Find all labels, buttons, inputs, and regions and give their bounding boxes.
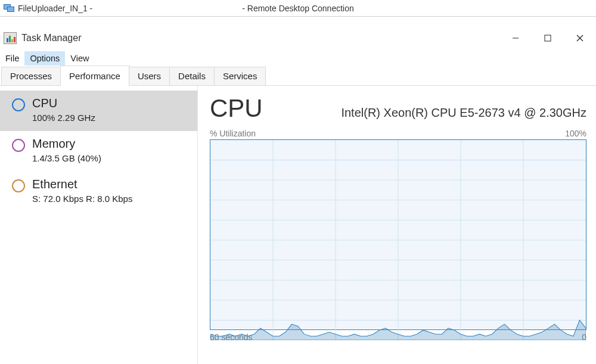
rdp-icon: [4, 4, 14, 13]
task-manager-icon: [4, 32, 17, 44]
tab-row: Processes Performance Users Details Serv…: [0, 66, 596, 86]
tab-services[interactable]: Services: [214, 67, 266, 86]
cpu-description: Intel(R) Xeon(R) CPU E5-2673 v4 @ 2.30GH…: [341, 106, 586, 120]
tab-performance[interactable]: Performance: [60, 66, 129, 86]
main-header: CPU Intel(R) Xeon(R) CPU E5-2673 v4 @ 2.…: [210, 94, 586, 123]
tab-processes[interactable]: Processes: [1, 67, 61, 86]
main-title: CPU: [210, 94, 263, 123]
memory-circle-icon: [12, 139, 25, 152]
y-axis-max: 100%: [565, 129, 586, 138]
cpu-circle-icon: [12, 98, 25, 111]
task-manager-title-bar[interactable]: Task Manager: [0, 25, 596, 51]
y-axis-label: % Utilization: [210, 129, 256, 138]
performance-body: CPU 100% 2.29 GHz Memory 1.4/3.5 GB (40%…: [0, 86, 596, 364]
performance-side-list: CPU 100% 2.29 GHz Memory 1.4/3.5 GB (40%…: [0, 86, 198, 364]
task-manager-title: Task Manager: [21, 33, 82, 43]
rdp-title-bar: FileUploader_IN_1 - - Remote Desktop Con…: [0, 0, 596, 17]
performance-main-pane: CPU Intel(R) Xeon(R) CPU E5-2673 v4 @ 2.…: [198, 86, 596, 364]
cpu-utilization-chart[interactable]: [210, 139, 586, 330]
side-item-cpu[interactable]: CPU 100% 2.29 GHz: [0, 91, 197, 131]
menu-bar: File Options View: [0, 51, 596, 66]
ethernet-circle-icon: [12, 179, 25, 192]
side-item-label: CPU: [32, 97, 95, 110]
side-item-sub: 100% 2.29 GHz: [32, 113, 95, 123]
side-item-label: Memory: [32, 137, 101, 151]
side-item-label: Ethernet: [32, 178, 132, 191]
side-item-sub: 1.4/3.5 GB (40%): [32, 153, 101, 163]
side-item-sub: S: 72.0 Kbps R: 8.0 Kbps: [32, 194, 132, 204]
side-item-memory[interactable]: Memory 1.4/3.5 GB (40%): [0, 131, 197, 172]
svg-rect-1: [545, 35, 551, 41]
tab-users[interactable]: Users: [129, 67, 170, 86]
task-manager-window: Task Manager File Options View Processes…: [0, 25, 596, 364]
menu-view[interactable]: View: [65, 51, 94, 66]
maximize-button[interactable]: [532, 27, 564, 49]
close-button[interactable]: [564, 27, 596, 49]
side-item-ethernet[interactable]: Ethernet S: 72.0 Kbps R: 8.0 Kbps: [0, 172, 197, 212]
rdp-connection-name: FileUploader_IN_1 -: [18, 4, 92, 13]
menu-file[interactable]: File: [0, 51, 24, 66]
rdp-center-title: - Remote Desktop Connection: [242, 4, 354, 13]
minimize-button[interactable]: [499, 27, 532, 49]
chart-top-axis: % Utilization 100%: [210, 129, 586, 138]
menu-options[interactable]: Options: [24, 51, 65, 66]
tab-details[interactable]: Details: [169, 67, 215, 86]
window-controls: [499, 27, 596, 49]
